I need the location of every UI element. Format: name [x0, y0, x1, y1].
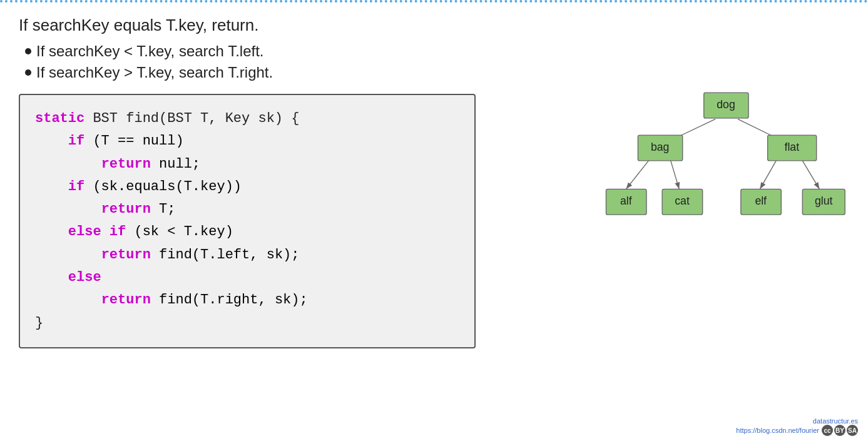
- main-container: If searchKey equals T.key, return. If se…: [0, 0, 868, 355]
- bullet-text-1: If searchKey < T.key, search T.left.: [36, 43, 264, 60]
- node-label-flat: flat: [785, 141, 800, 153]
- node-label-alf: alf: [620, 195, 632, 207]
- code-line-6: else if (sk < T.key): [35, 221, 459, 243]
- code-block: static BST find(BST T, Key sk) { if (T =…: [19, 94, 476, 348]
- description-text: If searchKey equals T.key, return.: [19, 16, 258, 34]
- cc-icon-2: BY: [834, 425, 845, 436]
- cc-icon-1: cc: [822, 425, 833, 436]
- code-line-1: static BST find(BST T, Key sk) {: [35, 108, 459, 130]
- node-label-cat: cat: [675, 195, 690, 207]
- right-panel: dog bag flat alf cat elf glut: [501, 16, 849, 348]
- node-label-elf: elf: [755, 195, 767, 207]
- top-border: [0, 0, 868, 5]
- edge-flat-glut: [802, 161, 819, 190]
- main-description: If searchKey equals T.key, return.: [19, 16, 476, 35]
- code-line-10: }: [35, 312, 459, 335]
- left-panel: If searchKey equals T.key, return. If se…: [19, 16, 476, 348]
- footer-link[interactable]: datastructur.es: [813, 417, 858, 425]
- node-label-glut: glut: [815, 195, 833, 207]
- code-line-8: else: [35, 266, 459, 289]
- code-line-3: return null;: [35, 153, 459, 176]
- bullet-item-1: If searchKey < T.key, search T.left.: [25, 43, 476, 60]
- tree-diagram: dog bag flat alf cat elf glut: [501, 22, 849, 310]
- code-line-9: return find(T.right, sk);: [35, 289, 459, 312]
- footer-site: datastructur.es: [736, 417, 858, 425]
- cc-icon-3: SA: [847, 425, 858, 436]
- code-line-7: return find(T.left, sk);: [35, 244, 459, 266]
- edge-bag-alf: [626, 161, 648, 190]
- footer-url: https://blog.csdn.net/fourier: [736, 427, 819, 434]
- code-line-5: return T;: [35, 198, 459, 221]
- footer-url-row: https://blog.csdn.net/fourier cc BY SA: [736, 425, 858, 436]
- code-line-4: if (sk.equals(T.key)): [35, 176, 459, 198]
- bullet-dot-1: [25, 48, 31, 54]
- bullet-list: If searchKey < T.key, search T.left. If …: [19, 43, 476, 81]
- node-label-dog: dog: [717, 98, 735, 111]
- edge-bag-cat: [671, 161, 680, 190]
- node-label-bag: bag: [651, 141, 669, 153]
- footer: datastructur.es https://blog.csdn.net/fo…: [736, 417, 858, 436]
- code-line-2: if (T == null): [35, 130, 459, 153]
- bullet-dot-2: [25, 69, 31, 76]
- edge-flat-elf: [760, 161, 776, 190]
- cc-icons: cc BY SA: [822, 425, 858, 436]
- bullet-text-2: If searchKey > T.key, search T.right.: [36, 64, 273, 81]
- bullet-item-2: If searchKey > T.key, search T.right.: [25, 64, 476, 81]
